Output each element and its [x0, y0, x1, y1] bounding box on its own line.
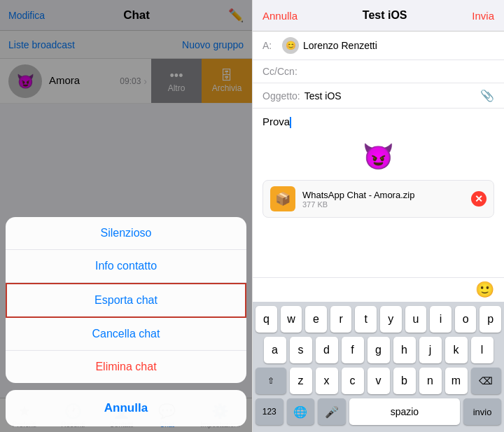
context-elimina-chat[interactable]: Elimina chat — [6, 351, 246, 383]
key-q[interactable]: q — [255, 306, 277, 333]
key-globe[interactable]: 🌐 — [287, 398, 315, 425]
subject-value: Test iOS — [304, 90, 480, 102]
keyboard: q w e r t y u i o p a s d f g h j k l ⇧ … — [253, 302, 504, 432]
key-e[interactable]: e — [305, 306, 327, 333]
key-c[interactable]: c — [342, 368, 364, 394]
key-r[interactable]: r — [330, 306, 352, 333]
text-cursor — [290, 117, 291, 128]
context-cancella-chat[interactable]: Cancella chat — [6, 318, 246, 351]
body-text: Prova — [262, 116, 290, 127]
send-button[interactable]: Invia — [472, 10, 494, 22]
cancel-button[interactable]: Annulla — [262, 10, 298, 22]
attachment-info: WhatsApp Chat - Amora.zip 377 KB — [302, 190, 471, 209]
key-y[interactable]: y — [380, 306, 402, 333]
key-o[interactable]: o — [455, 306, 477, 333]
key-h[interactable]: h — [393, 337, 416, 363]
keyboard-row-4: 123 🌐 🎤 spazio invio — [255, 398, 501, 425]
key-return[interactable]: invio — [463, 398, 501, 425]
key-t[interactable]: t — [355, 306, 377, 333]
attachment-name: WhatsApp Chat - Amora.zip — [302, 190, 471, 200]
emoji-button[interactable]: 🙂 — [475, 281, 494, 299]
key-a[interactable]: a — [264, 337, 286, 363]
keyboard-row-2: a s d f g h j k l — [255, 337, 501, 363]
to-value: 😊 Lorenzo Renzetti — [282, 37, 494, 54]
key-numbers[interactable]: 123 — [255, 398, 284, 425]
key-shift[interactable]: ⇧ — [255, 368, 286, 394]
recipient-name: Lorenzo Renzetti — [303, 40, 377, 51]
to-label: A: — [262, 40, 282, 51]
subject-label: Oggetto: — [262, 90, 300, 102]
key-l[interactable]: l — [471, 337, 493, 363]
attachment-size: 377 KB — [302, 200, 471, 209]
key-d[interactable]: d — [316, 337, 338, 363]
key-space[interactable]: spazio — [349, 398, 460, 425]
devil-emoji: 😈 — [253, 137, 504, 177]
email-top-bar: Annulla Test iOS Invia — [253, 0, 504, 31]
subject-field[interactable]: Oggetto: Test iOS 📎 — [253, 83, 504, 109]
email-header: Annulla Test iOS Invia — [253, 0, 504, 32]
cc-label: Cc/Ccn: — [262, 66, 282, 77]
key-n[interactable]: n — [419, 368, 442, 394]
right-panel: Annulla Test iOS Invia A: 😊 Lorenzo Renz… — [252, 0, 504, 432]
context-overlay: Silenzioso Info contatto Esporta chat Ca… — [0, 0, 252, 432]
key-p[interactable]: p — [479, 306, 501, 333]
attachment-remove-button[interactable]: ✕ — [471, 191, 486, 207]
email-title: Test iOS — [363, 9, 407, 22]
key-i[interactable]: i — [430, 306, 451, 333]
context-menu: Silenzioso Info contatto Esporta chat Ca… — [6, 217, 246, 383]
to-field: A: 😊 Lorenzo Renzetti — [253, 32, 504, 60]
recipient-avatar: 😊 — [282, 37, 299, 54]
key-j[interactable]: j — [419, 337, 442, 363]
attachment-icon: 📦 — [270, 186, 295, 211]
key-x[interactable]: x — [316, 368, 338, 394]
email-body[interactable]: Prova — [253, 109, 504, 137]
cc-field[interactable]: Cc/Ccn: — [253, 60, 504, 83]
context-info-contatto[interactable]: Info contatto — [6, 250, 246, 283]
context-cancel-container: Annulla — [6, 390, 246, 426]
key-z[interactable]: z — [290, 368, 312, 394]
key-w[interactable]: w — [281, 306, 302, 333]
attachment-row: 📦 WhatsApp Chat - Amora.zip 377 KB ✕ — [262, 180, 494, 218]
key-f[interactable]: f — [342, 337, 364, 363]
keyboard-row-3: ⇧ z x c v b n m ⌫ — [255, 368, 501, 394]
key-k[interactable]: k — [445, 337, 468, 363]
key-m[interactable]: m — [445, 368, 468, 394]
context-esporta-chat[interactable]: Esporta chat — [6, 283, 246, 318]
key-backspace[interactable]: ⌫ — [471, 368, 502, 394]
left-panel: Modifica Chat ✏️ Liste broadcast Nuovo g… — [0, 0, 252, 432]
context-silenzioso[interactable]: Silenzioso — [6, 217, 246, 250]
context-cancel-button[interactable]: Annulla — [6, 390, 246, 426]
emoji-bar: 🙂 — [253, 277, 504, 302]
key-u[interactable]: u — [405, 306, 427, 333]
paperclip-icon: 📎 — [480, 89, 494, 102]
key-g[interactable]: g — [368, 337, 390, 363]
key-b[interactable]: b — [393, 368, 416, 394]
key-v[interactable]: v — [368, 368, 390, 394]
key-mic[interactable]: 🎤 — [318, 398, 346, 425]
keyboard-row-1: q w e r t y u i o p — [255, 306, 501, 333]
key-s[interactable]: s — [290, 337, 312, 363]
